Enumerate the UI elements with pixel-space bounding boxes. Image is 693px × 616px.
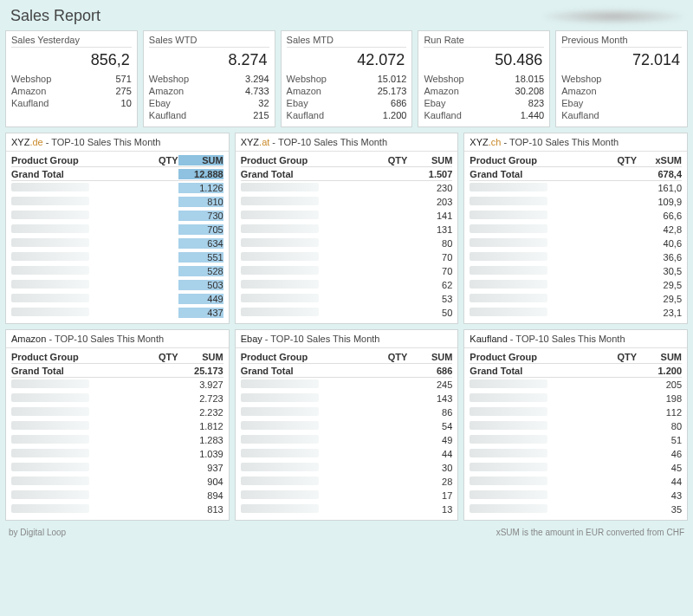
sum-cell: 36,6 xyxy=(637,252,682,263)
table-row: 1.039 xyxy=(11,447,223,461)
product-group-blur xyxy=(470,238,592,249)
table-row: 70 xyxy=(241,250,453,264)
table-title-prefix: XYZ xyxy=(241,137,259,147)
product-group-blur xyxy=(241,197,363,207)
kpi-title: Run Rate xyxy=(424,35,544,48)
sum-cell: 810 xyxy=(178,197,223,207)
product-group-blur xyxy=(11,197,133,207)
kpi-line-label: Kaufland xyxy=(149,110,186,120)
table-row: 1.283 xyxy=(11,433,223,447)
table-row: 17 xyxy=(241,489,453,503)
col-product-group: Product Group xyxy=(241,352,363,362)
kpi-line-value: 571 xyxy=(115,74,131,84)
grand-total-sum: 678,4 xyxy=(637,169,682,179)
product-group-blur xyxy=(11,266,133,276)
kpi-card: Previous Month 72.014 Webshop Amazon Eba… xyxy=(555,30,688,127)
table-row: 30 xyxy=(241,461,453,475)
kpi-line-value: 823 xyxy=(528,98,544,108)
sum-cell: 161,0 xyxy=(637,183,682,193)
kpi-row: Sales Yesterday 856,2 Webshop 571 Amazon… xyxy=(0,30,693,133)
table-row: 141 xyxy=(241,209,453,223)
table-row: 245 xyxy=(241,378,453,392)
table-title-prefix: Amazon xyxy=(11,334,46,344)
col-qty: QTY xyxy=(362,352,407,362)
kpi-line: Amazon 275 xyxy=(11,85,132,97)
table-row: 503 xyxy=(11,278,223,292)
product-group-blur xyxy=(470,449,592,459)
product-group-blur xyxy=(470,183,592,193)
sum-cell: 42,8 xyxy=(637,224,682,235)
table-row: 46 xyxy=(470,447,682,461)
product-group-blur xyxy=(241,435,363,445)
table-header: Product Group QTY xSUM xyxy=(470,153,682,167)
sum-cell: 109,9 xyxy=(637,197,682,207)
kpi-title: Sales Yesterday xyxy=(11,35,132,48)
sum-cell: 62 xyxy=(407,280,452,290)
grand-total-row: Grand Total 1.200 xyxy=(470,364,682,378)
sum-cell: 3.927 xyxy=(178,379,223,390)
table-title-domain: .de xyxy=(29,137,42,147)
product-group-blur xyxy=(11,211,133,221)
table-row: 161,0 xyxy=(470,181,682,195)
sum-cell: 230 xyxy=(407,183,452,193)
product-group-blur xyxy=(241,224,363,235)
col-sum: SUM xyxy=(637,352,682,362)
col-product-group: Product Group xyxy=(11,352,133,362)
table-row: 813 xyxy=(11,503,223,516)
footer-right: xSUM is the amount in EUR converted from… xyxy=(496,528,684,537)
table-title-domain: .ch xyxy=(489,137,502,147)
product-group-blur xyxy=(241,504,363,515)
kpi-line: Kaufland xyxy=(561,109,682,121)
top10-table: XYZ.ch - TOP-10 Sales This Month Product… xyxy=(463,133,688,324)
product-group-blur xyxy=(241,294,363,304)
product-group-blur xyxy=(470,294,592,304)
kpi-line-label: Ebay xyxy=(149,98,171,108)
table-row: 2.723 xyxy=(11,392,223,405)
table-title: XYZ.ch - TOP-10 Sales This Month xyxy=(464,133,687,152)
sum-cell: 80 xyxy=(637,421,682,431)
table-title: Amazon - TOP-10 Sales This Month xyxy=(6,330,229,348)
sum-cell: 50 xyxy=(407,308,452,318)
kpi-line: Webshop 571 xyxy=(11,73,132,85)
sum-cell: 51 xyxy=(637,435,682,445)
col-sum: SUM xyxy=(407,155,452,165)
sum-cell: 30,5 xyxy=(637,266,682,276)
table-row: 30,5 xyxy=(470,264,682,278)
sum-cell: 813 xyxy=(178,504,223,515)
sum-cell: 503 xyxy=(178,280,223,290)
product-group-blur xyxy=(470,504,592,515)
table-row: 70 xyxy=(241,264,453,278)
sum-cell: 45 xyxy=(637,463,682,473)
sum-cell: 1.812 xyxy=(178,421,223,431)
table-row: 23,1 xyxy=(470,306,682,320)
grand-total-label: Grand Total xyxy=(11,169,133,179)
product-group-blur xyxy=(241,379,363,390)
product-group-blur xyxy=(241,308,363,318)
kpi-line-label: Ebay xyxy=(424,98,445,108)
product-group-blur xyxy=(241,393,363,404)
table-title: Ebay - TOP-10 Sales This Month xyxy=(236,330,458,348)
kpi-title: Previous Month xyxy=(561,35,682,48)
col-qty: QTY xyxy=(133,352,178,362)
table-row: 35 xyxy=(470,503,682,516)
sum-cell: 70 xyxy=(407,266,452,276)
table-body: Product Group QTY SUM Grand Total 686 24… xyxy=(236,348,458,520)
kpi-line-value: 30.208 xyxy=(515,86,545,96)
sum-cell: 937 xyxy=(178,463,223,473)
product-group-blur xyxy=(241,252,363,263)
kpi-line-value: 18.015 xyxy=(515,74,545,84)
table-title-suffix: - TOP-10 Sales This Month xyxy=(501,137,619,147)
product-group-blur xyxy=(11,490,133,501)
kpi-value: 8.274 xyxy=(149,49,269,73)
sum-cell: 245 xyxy=(407,379,452,390)
table-title: Kaufland - TOP-10 Sales This Month xyxy=(464,330,687,348)
table-title-suffix: - TOP-10 Sales This Month xyxy=(508,334,625,344)
product-group-blur xyxy=(241,183,363,193)
table-title-domain: .at xyxy=(259,137,269,147)
kpi-value: 42.072 xyxy=(287,49,407,73)
grand-total-label: Grand Total xyxy=(470,169,592,179)
table-row: 810 xyxy=(11,195,223,209)
product-group-blur xyxy=(11,449,133,459)
top10-table: Kaufland - TOP-10 Sales This Month Produ… xyxy=(463,329,688,521)
table-body: Product Group QTY SUM Grand Total 1.200 … xyxy=(464,348,687,520)
